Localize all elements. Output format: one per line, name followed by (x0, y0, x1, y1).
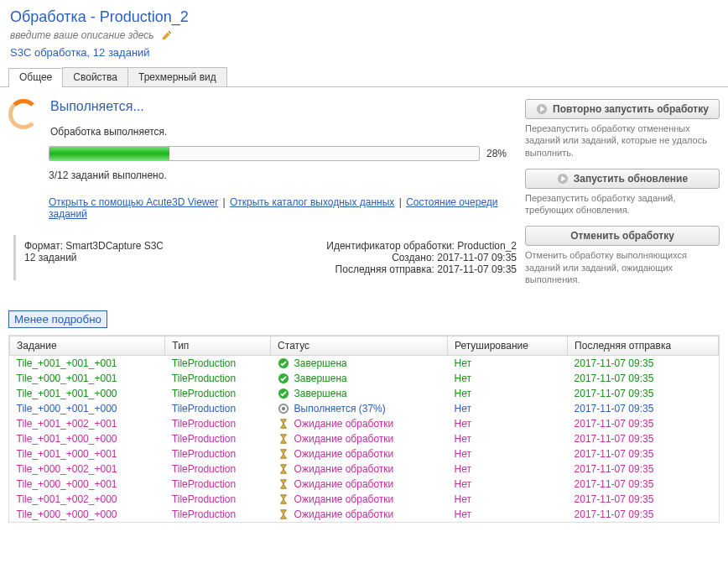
cell-type: TileProduction (165, 507, 271, 522)
table-row[interactable]: Tile_+000_+000_+000TileProductionОжидани… (10, 507, 719, 522)
meta-id: Идентификатор обработки: Production_2 (326, 240, 517, 252)
col-last[interactable]: Последняя отправка (568, 336, 719, 356)
cell-last: 2017-11-07 09:35 (568, 477, 719, 492)
cell-type: TileProduction (165, 477, 271, 492)
cell-last: 2017-11-07 09:35 (568, 386, 719, 401)
table-row[interactable]: Tile_+001_+000_+000TileProductionОжидани… (10, 431, 719, 446)
cell-retouch: Нет (447, 356, 567, 372)
col-status[interactable]: Статус (271, 336, 448, 356)
cell-task: Tile_+000_+000_+000 (10, 507, 165, 522)
cell-status: Завершена (271, 356, 448, 372)
play-circle-icon (536, 103, 548, 115)
cell-task: Tile_+001_+002_+001 (10, 416, 165, 431)
cell-task: Tile_+001_+002_+000 (10, 492, 165, 507)
hourglass-icon (278, 448, 289, 460)
cell-last: 2017-11-07 09:35 (568, 356, 719, 372)
cell-last: 2017-11-07 09:35 (568, 492, 719, 507)
cell-status: Ожидание обработки (271, 461, 448, 477)
cell-task: Tile_+001_+000_+000 (10, 431, 165, 446)
cell-type: TileProduction (165, 386, 271, 401)
jobs-done-line: 3/12 заданий выполнено. (49, 169, 517, 181)
rerun-button[interactable]: Повторно запустить обработку (525, 99, 720, 119)
cell-last: 2017-11-07 09:35 (568, 507, 719, 522)
open-output-link[interactable]: Открыть каталог выходных данных (230, 196, 394, 208)
tab-3d-view[interactable]: Трехмерный вид (127, 67, 227, 86)
cell-status: Ожидание обработки (271, 446, 448, 461)
meta-jobs: 12 заданий (24, 252, 164, 263)
cell-last: 2017-11-07 09:35 (568, 461, 719, 477)
cell-type: TileProduction (165, 446, 271, 461)
col-retouch[interactable]: Ретуширование (447, 336, 567, 356)
cell-type: TileProduction (165, 356, 271, 372)
page-title: Обработка - Production_2 (10, 8, 718, 26)
cell-status: Ожидание обработки (271, 477, 448, 492)
hourglass-icon (278, 493, 289, 505)
col-type[interactable]: Тип (165, 336, 271, 356)
cell-retouch: Нет (447, 507, 567, 522)
cell-type: TileProduction (165, 492, 271, 507)
cell-retouch: Нет (447, 461, 567, 477)
cell-status: Ожидание обработки (271, 507, 448, 522)
cell-task: Tile_+001_+001_+001 (10, 356, 165, 372)
cell-type: TileProduction (165, 461, 271, 477)
jobs-table: Задание Тип Статус Ретуширование Последн… (9, 336, 719, 522)
status-title: Выполняется... (50, 99, 167, 114)
less-details-button[interactable]: Менее подробно (8, 310, 107, 328)
cancel-button[interactable]: Отменить обработку (525, 226, 720, 246)
tab-general[interactable]: Общее (8, 68, 63, 87)
cell-task: Tile_+000_+002_+001 (10, 461, 165, 477)
pencil-icon[interactable] (161, 29, 173, 41)
tab-strip: Общее Свойства Трехмерный вид (0, 67, 728, 87)
play-circle-icon (557, 173, 569, 185)
cell-status: Завершена (271, 371, 448, 386)
hourglass-icon (278, 508, 289, 520)
hourglass-icon (278, 433, 289, 445)
tab-properties[interactable]: Свойства (62, 67, 128, 86)
cell-type: TileProduction (165, 401, 271, 416)
cell-last: 2017-11-07 09:35 (568, 431, 719, 446)
cell-last: 2017-11-07 09:35 (568, 401, 719, 416)
cell-task: Tile_+001_+001_+000 (10, 386, 165, 401)
status-subtitle: Обработка выполняется. (50, 126, 167, 138)
cell-retouch: Нет (447, 446, 567, 461)
table-row[interactable]: Tile_+001_+002_+001TileProductionОжидани… (10, 416, 719, 431)
cell-type: TileProduction (165, 371, 271, 386)
check-icon (278, 373, 289, 384)
progress-percent: 28% (486, 148, 517, 159)
table-row[interactable]: Tile_+001_+001_+000TileProductionЗаверше… (10, 386, 719, 401)
cell-status: Выполняется (37%) (271, 401, 448, 416)
description-placeholder[interactable]: введите ваше описание здесь (10, 29, 154, 41)
cell-last: 2017-11-07 09:35 (568, 446, 719, 461)
progress-fill (49, 147, 169, 160)
cancel-desc: Отменить обработку выполняющихся заданий… (525, 249, 720, 285)
table-row[interactable]: Tile_+000_+001_+001TileProductionЗаверше… (10, 371, 719, 386)
table-row[interactable]: Tile_+000_+002_+001TileProductionОжидани… (10, 461, 719, 477)
meta-box: Формат: Smart3DCapture S3C 12 заданий Ид… (13, 235, 517, 280)
table-row[interactable]: Tile_+000_+000_+001TileProductionОжидани… (10, 477, 719, 492)
cell-retouch: Нет (447, 431, 567, 446)
cell-task: Tile_+001_+000_+001 (10, 446, 165, 461)
cell-type: TileProduction (165, 416, 271, 431)
cell-task: Tile_+000_+001_+000 (10, 401, 165, 416)
table-row[interactable]: Tile_+000_+001_+000TileProductionВыполня… (10, 401, 719, 416)
table-row[interactable]: Tile_+001_+000_+001TileProductionОжидани… (10, 446, 719, 461)
cell-last: 2017-11-07 09:35 (568, 371, 719, 386)
col-task[interactable]: Задание (10, 336, 165, 356)
table-row[interactable]: Tile_+001_+002_+000TileProductionОжидани… (10, 492, 719, 507)
cell-status: Завершена (271, 386, 448, 401)
cell-task: Tile_+000_+001_+001 (10, 371, 165, 386)
rerun-desc: Перезапустить обработку отмененных задан… (525, 123, 720, 159)
gear-icon (278, 403, 289, 414)
cell-retouch: Нет (447, 371, 567, 386)
open-viewer-link[interactable]: Открыть с помощью Acute3D Viewer (49, 196, 218, 208)
update-button[interactable]: Запустить обновление (525, 169, 720, 189)
svg-point-6 (281, 407, 284, 410)
meta-created: Создано: 2017-11-07 09:35 (326, 252, 517, 263)
check-icon (278, 357, 289, 369)
table-row[interactable]: Tile_+001_+001_+001TileProductionЗаверше… (10, 356, 719, 372)
cell-status: Ожидание обработки (271, 416, 448, 431)
meta-last: Последняя отправка: 2017-11-07 09:35 (326, 263, 517, 275)
cell-status: Ожидание обработки (271, 492, 448, 507)
cell-last: 2017-11-07 09:35 (568, 416, 719, 431)
hourglass-icon (278, 463, 289, 475)
